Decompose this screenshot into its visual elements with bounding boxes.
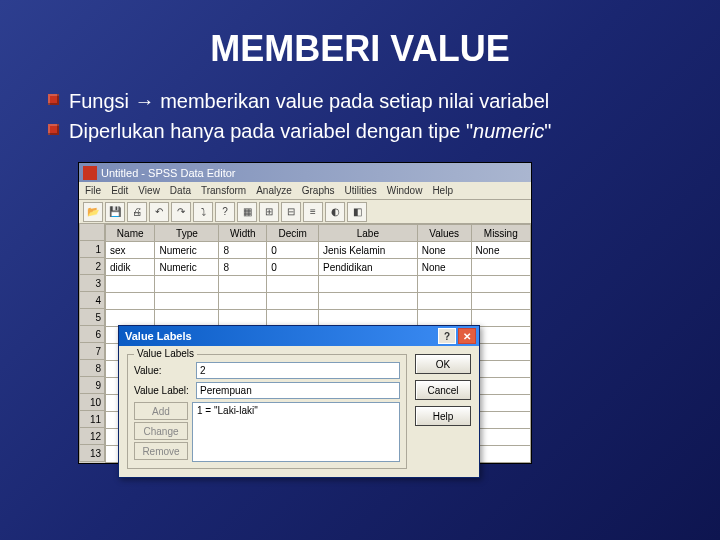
dialog-titlebar[interactable]: Value Labels ? ✕ xyxy=(119,326,479,346)
col-name[interactable]: Name xyxy=(106,225,155,242)
toolbar: 📂 💾 🖨 ↶ ↷ ⤵ ? ▦ ⊞ ⊟ ≡ ◐ ◧ xyxy=(79,200,531,224)
value-labels-groupbox: Value Labels Value: 2 Value Label: Perem… xyxy=(127,354,407,469)
vars-icon[interactable]: ▦ xyxy=(237,202,257,222)
row-header[interactable]: 5 xyxy=(79,309,105,326)
table-row[interactable] xyxy=(106,310,531,327)
cell[interactable]: None xyxy=(417,259,471,276)
bullet-list: Fungsi → memberikan value pada setiap ni… xyxy=(0,88,720,162)
menu-analyze[interactable]: Analyze xyxy=(256,185,292,196)
cell[interactable]: Numeric xyxy=(155,259,219,276)
bullet-item: Fungsi → memberikan value pada setiap ni… xyxy=(48,88,672,114)
spss-app-icon xyxy=(83,166,97,180)
bullet-item: Diperlukan hanya pada variabel dengan ti… xyxy=(48,118,672,144)
col-type[interactable]: Type xyxy=(155,225,219,242)
redo-icon[interactable]: ↷ xyxy=(171,202,191,222)
menu-help[interactable]: Help xyxy=(432,185,453,196)
row-header[interactable]: 4 xyxy=(79,292,105,309)
row-header[interactable]: 8 xyxy=(79,360,105,377)
select-icon[interactable]: ⊞ xyxy=(259,202,279,222)
menu-file[interactable]: File xyxy=(85,185,101,196)
close-icon[interactable]: ✕ xyxy=(458,328,476,344)
row-header[interactable]: 10 xyxy=(79,394,105,411)
cell[interactable]: None xyxy=(417,242,471,259)
undo-icon[interactable]: ↶ xyxy=(149,202,169,222)
cell[interactable]: Pendidikan xyxy=(319,259,418,276)
row-header[interactable]: 1 xyxy=(79,241,105,258)
menu-graphs[interactable]: Graphs xyxy=(302,185,335,196)
list-item[interactable]: 1 = "Laki-laki" xyxy=(197,405,395,416)
help-icon[interactable]: ? xyxy=(438,328,456,344)
column-headers: Name Type Width Decim Labe Values Missin… xyxy=(106,225,531,242)
menu-view[interactable]: View xyxy=(138,185,160,196)
cell[interactable]: 0 xyxy=(267,242,319,259)
row-header[interactable]: 12 xyxy=(79,428,105,445)
menu-transform[interactable]: Transform xyxy=(201,185,246,196)
cell[interactable]: 0 xyxy=(267,259,319,276)
cell[interactable] xyxy=(471,259,530,276)
col-decim[interactable]: Decim xyxy=(267,225,319,242)
grid-corner xyxy=(79,224,105,241)
valname-input[interactable]: Perempuan xyxy=(196,382,400,399)
cell[interactable]: sex xyxy=(106,242,155,259)
bullet-text: Diperlukan hanya pada variabel dengan ti… xyxy=(69,118,551,144)
cell[interactable]: 8 xyxy=(219,259,267,276)
col-values[interactable]: Values xyxy=(417,225,471,242)
valname-label: Value Label: xyxy=(134,385,192,396)
change-button[interactable]: Change xyxy=(134,422,188,440)
menubar[interactable]: File Edit View Data Transform Analyze Gr… xyxy=(79,182,531,200)
row-header[interactable]: 13 xyxy=(79,445,105,462)
table-row[interactable] xyxy=(106,293,531,310)
groupbox-legend: Value Labels xyxy=(134,348,197,359)
weight-icon[interactable]: ⊟ xyxy=(281,202,301,222)
add-button[interactable]: Add xyxy=(134,402,188,420)
cell[interactable]: Jenis Kelamin xyxy=(319,242,418,259)
value-labels-dialog: Value Labels ? ✕ Value Labels Value: 2 V… xyxy=(118,325,480,478)
row-header[interactable]: 6 xyxy=(79,326,105,343)
labels-icon[interactable]: ≡ xyxy=(303,202,323,222)
cell[interactable]: Numeric xyxy=(155,242,219,259)
remove-button[interactable]: Remove xyxy=(134,442,188,460)
goto-icon[interactable]: ⤵ xyxy=(193,202,213,222)
value-input[interactable]: 2 xyxy=(196,362,400,379)
cell[interactable]: didik xyxy=(106,259,155,276)
menu-edit[interactable]: Edit xyxy=(111,185,128,196)
col-missing[interactable]: Missing xyxy=(471,225,530,242)
help-button[interactable]: Help xyxy=(415,406,471,426)
bullet-text: Fungsi → memberikan value pada setiap ni… xyxy=(69,88,549,114)
table-row[interactable]: sex Numeric 8 0 Jenis Kelamin None None xyxy=(106,242,531,259)
cell[interactable]: None xyxy=(471,242,530,259)
cancel-button[interactable]: Cancel xyxy=(415,380,471,400)
ok-button[interactable]: OK xyxy=(415,354,471,374)
spss-title-text: Untitled - SPSS Data Editor xyxy=(101,167,236,179)
spss-titlebar: Untitled - SPSS Data Editor xyxy=(79,163,531,182)
menu-utilities[interactable]: Utilities xyxy=(345,185,377,196)
col-width[interactable]: Width xyxy=(219,225,267,242)
value-label: Value: xyxy=(134,365,192,376)
cell[interactable]: 8 xyxy=(219,242,267,259)
row-header[interactable]: 11 xyxy=(79,411,105,428)
slide-title: MEMBERI VALUE xyxy=(0,0,720,88)
bullet-icon xyxy=(48,124,59,135)
chart-icon[interactable]: ◐ xyxy=(325,202,345,222)
menu-window[interactable]: Window xyxy=(387,185,423,196)
open-icon[interactable]: 📂 xyxy=(83,202,103,222)
row-headers: 1 2 3 4 5 6 7 8 9 10 11 12 13 xyxy=(79,224,105,463)
labels-listbox[interactable]: 1 = "Laki-laki" xyxy=(192,402,400,462)
menu-data[interactable]: Data xyxy=(170,185,191,196)
print-icon[interactable]: 🖨 xyxy=(127,202,147,222)
row-header[interactable]: 9 xyxy=(79,377,105,394)
row-header[interactable]: 7 xyxy=(79,343,105,360)
pivot-icon[interactable]: ◧ xyxy=(347,202,367,222)
dialog-title-text: Value Labels xyxy=(125,330,192,342)
row-header[interactable]: 3 xyxy=(79,275,105,292)
table-row[interactable] xyxy=(106,276,531,293)
col-label[interactable]: Labe xyxy=(319,225,418,242)
row-header[interactable]: 2 xyxy=(79,258,105,275)
find-icon[interactable]: ? xyxy=(215,202,235,222)
save-icon[interactable]: 💾 xyxy=(105,202,125,222)
bullet-icon xyxy=(48,94,59,105)
table-row[interactable]: didik Numeric 8 0 Pendidikan None xyxy=(106,259,531,276)
